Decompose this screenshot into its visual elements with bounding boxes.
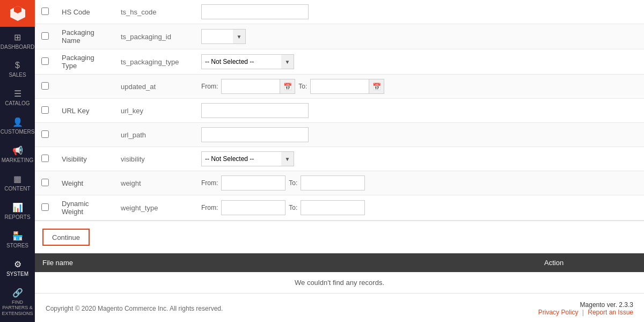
table-row: HS Code ts_hs_code <box>35 0 644 24</box>
weight-range: From: To: <box>201 175 638 191</box>
sidebar-item-reports[interactable]: 📊 REPORTS <box>0 197 35 225</box>
from-label-updated-at: From: <box>201 83 218 90</box>
find-icon: 🔗 <box>12 288 23 298</box>
sidebar-item-catalog-label: CATALOG <box>5 100 30 106</box>
logo <box>0 0 35 27</box>
dynamic-weight-from-input[interactable] <box>221 200 286 215</box>
from-date-wrap: 📅 <box>221 79 295 94</box>
to-date-wrap: 📅 <box>310 79 384 94</box>
filter-table: HS Code ts_hs_code Packaging Name ts_pac… <box>35 0 644 221</box>
row-code-hs-code: ts_hs_code <box>121 8 157 16</box>
footer-version-label: ver. 2.3.3 <box>607 301 633 309</box>
dashboard-icon: ⊞ <box>14 32 21 42</box>
sidebar-item-customers[interactable]: 👤 CUSTOMERS <box>0 112 35 140</box>
weight-from-input[interactable] <box>221 175 286 191</box>
file-table: File name Action We couldn't find any re… <box>35 253 644 293</box>
row-code-packaging-name: ts_packaging_id <box>121 33 171 41</box>
system-icon: ⚙ <box>14 259 21 269</box>
row-label-url-key: URL Key <box>62 107 90 115</box>
from-label-dynamic-weight: From: <box>201 204 218 211</box>
footer-separator: | <box>582 309 584 316</box>
row-checkbox-packaging-type[interactable] <box>41 57 49 65</box>
row-checkbox-url-path[interactable] <box>41 130 49 138</box>
row-checkbox-packaging-name[interactable] <box>41 32 49 40</box>
sidebar-item-content[interactable]: ▦ CONTENT <box>0 169 35 197</box>
to-label-weight: To: <box>289 179 297 187</box>
sidebar-item-dashboard[interactable]: ⊞ DASHBOARD <box>0 27 35 55</box>
sidebar-item-customers-label: CUSTOMERS <box>1 129 35 135</box>
sidebar-item-sales[interactable]: $ SALES <box>0 55 35 83</box>
sidebar-item-system-label: SYSTEM <box>6 271 28 277</box>
sidebar-item-reports-label: REPORTS <box>4 214 30 220</box>
visibility-select[interactable]: -- Not Selected -- <box>201 151 282 166</box>
row-code-url-key: url_key <box>121 107 143 115</box>
sidebar-item-catalog[interactable]: ☰ CATALOG <box>0 83 35 112</box>
row-label-weight: Weight <box>62 179 83 187</box>
packaging-type-arrow-icon: ▼ <box>281 54 294 69</box>
sidebar: ⊞ DASHBOARD $ SALES ☰ CATALOG 👤 CUSTOMER… <box>0 0 35 322</box>
continue-section: Continue <box>35 221 644 253</box>
row-checkbox-hs-code[interactable] <box>41 8 49 15</box>
empty-message: We couldn't find any records. <box>35 272 644 293</box>
table-row: Visibility visibility -- Not Selected --… <box>35 147 644 171</box>
row-checkbox-url-key[interactable] <box>41 106 49 114</box>
marketing-icon: 📢 <box>12 145 23 156</box>
stores-icon: 🏪 <box>12 231 23 241</box>
empty-row: We couldn't find any records. <box>35 272 644 293</box>
continue-button[interactable]: Continue <box>42 229 90 246</box>
row-label-visibility: Visibility <box>62 155 87 163</box>
row-checkbox-weight[interactable] <box>41 179 49 186</box>
row-code-packaging-type: ts_packaging_type <box>121 58 179 66</box>
footer-product: Magento ver. 2.3.3 <box>580 301 633 309</box>
row-code-weight: weight <box>121 179 141 187</box>
table-row: Weight weight From: To: <box>35 171 644 195</box>
sidebar-item-marketing-label: MARKETING <box>2 157 33 163</box>
footer-copyright: Copyright © 2020 Magento Commerce Inc. A… <box>46 305 223 312</box>
table-row: url_path <box>35 123 644 147</box>
packaging-name-select-wrap: ▼ <box>201 29 246 44</box>
row-checkbox-dynamic-weight[interactable] <box>41 203 49 211</box>
row-code-updated-at: updated_at <box>121 83 156 91</box>
footer: Copyright © 2020 Magento Commerce Inc. A… <box>35 293 644 322</box>
file-table-body: We couldn't find any records. <box>35 272 644 293</box>
file-name-col-header: File name <box>35 253 537 272</box>
row-checkbox-updated-at[interactable] <box>41 82 49 90</box>
weight-to-input[interactable] <box>301 175 365 191</box>
updated-at-from-calendar-btn[interactable]: 📅 <box>280 79 295 94</box>
table-row: updated_at From: 📅 To: 📅 <box>35 75 644 99</box>
table-row: Dynamic Weight weight_type From: To: <box>35 195 644 221</box>
url-key-input[interactable] <box>201 103 309 118</box>
packaging-type-select-wrap: -- Not Selected -- ▼ <box>201 54 294 69</box>
report-issue-link[interactable]: Report an Issue <box>588 309 633 316</box>
from-label-weight: From: <box>201 179 218 187</box>
hs-code-input[interactable] <box>201 4 309 19</box>
packaging-name-select[interactable] <box>201 29 233 44</box>
privacy-policy-link[interactable]: Privacy Policy <box>538 309 579 316</box>
to-label-updated-at: To: <box>298 83 307 90</box>
footer-links: Privacy Policy | Report an Issue <box>538 309 633 316</box>
sidebar-item-find[interactable]: 🔗 FIND PARTNERS & EXTENSIONS <box>0 282 35 322</box>
row-label-packaging-type: Packaging Type <box>62 54 94 70</box>
to-label-dynamic-weight: To: <box>289 204 297 211</box>
sidebar-item-system[interactable]: ⚙ SYSTEM <box>0 254 35 282</box>
updated-at-range: From: 📅 To: 📅 <box>201 79 638 94</box>
visibility-select-wrap: -- Not Selected -- ▼ <box>201 151 294 166</box>
row-code-visibility: visibility <box>121 155 145 163</box>
main-content: HS Code ts_hs_code Packaging Name ts_pac… <box>35 0 644 322</box>
row-code-url-path: url_path <box>121 131 146 139</box>
table-row: Packaging Name ts_packaging_id ▼ <box>35 24 644 49</box>
url-path-input[interactable] <box>201 127 309 142</box>
updated-at-to-input[interactable] <box>310 79 369 94</box>
sidebar-item-stores-label: STORES <box>6 243 28 248</box>
row-label-hs-code: HS Code <box>62 8 90 16</box>
sidebar-item-marketing[interactable]: 📢 MARKETING <box>0 140 35 169</box>
reports-icon: 📊 <box>12 202 23 213</box>
sidebar-item-find-label: FIND PARTNERS & EXTENSIONS <box>0 299 35 317</box>
footer-right: Magento ver. 2.3.3 Privacy Policy | Repo… <box>538 301 633 316</box>
row-checkbox-visibility[interactable] <box>41 155 49 162</box>
packaging-type-select[interactable]: -- Not Selected -- <box>201 54 282 69</box>
updated-at-to-calendar-btn[interactable]: 📅 <box>369 79 384 94</box>
updated-at-from-input[interactable] <box>221 79 280 94</box>
dynamic-weight-to-input[interactable] <box>301 200 365 215</box>
sidebar-item-stores[interactable]: 🏪 STORES <box>0 225 35 254</box>
